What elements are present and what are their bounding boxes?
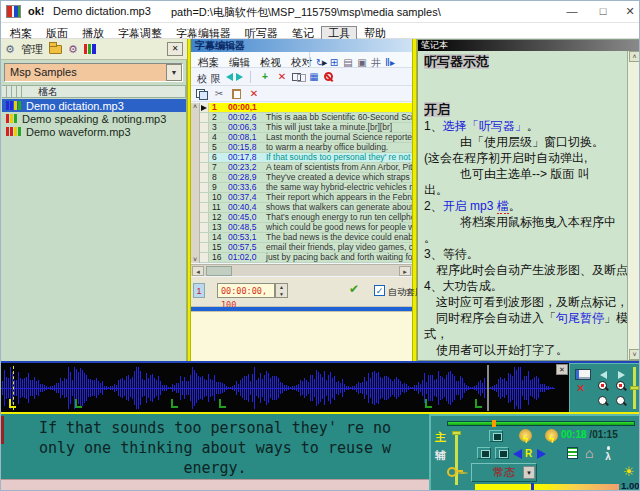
notebook-line: 开启: [424, 102, 627, 118]
auto-apply-checkbox[interactable]: ✓: [374, 285, 385, 296]
sun-icon[interactable]: ☀: [623, 464, 635, 479]
row-number: 2: [209, 113, 228, 122]
time-offset-field[interactable]: 00:00:00, 100: [217, 283, 275, 298]
paste-icon[interactable]: [232, 89, 241, 99]
type-hint-icon-2[interactable]: ϟ: [545, 429, 558, 442]
notebook-line: [424, 86, 627, 102]
manager-close-button[interactable]: ✕: [167, 42, 183, 56]
next-arrow-icon[interactable]: [236, 73, 243, 81]
rewind-icon[interactable]: [513, 449, 522, 459]
toolbar-button[interactable]: 限: [209, 73, 223, 84]
speed-slider[interactable]: [475, 484, 619, 490]
zoom-out-icon[interactable]: [616, 381, 626, 391]
display-button[interactable]: [489, 430, 503, 442]
zoom-in-icon[interactable]: [598, 381, 608, 391]
zoom-fit-icon[interactable]: [598, 396, 608, 406]
filename-column-header[interactable]: 檔名: [22, 86, 186, 97]
display-button-3[interactable]: [495, 447, 509, 459]
playback-progress-bar[interactable]: [447, 421, 635, 426]
scroll-up-icon[interactable]: ˄: [629, 51, 640, 62]
dropdown-arrow-icon[interactable]: ▼: [166, 64, 182, 81]
window-titlebar: ok! Demo dictation.mp3 path=D:\电脑软件包\MSP…: [1, 1, 640, 23]
file-item[interactable]: Demo dictation.mp3: [2, 99, 186, 112]
subtitle-row[interactable]: 1601:02,0just by pacing back and forth w…: [200, 253, 412, 263]
delete-marker-icon[interactable]: ✕: [576, 382, 585, 395]
row-timestamp: 00:37,4: [228, 193, 263, 202]
jump-back-icon[interactable]: [600, 371, 607, 379]
notebook-line: 也可由主选单--> 版面 叫: [424, 166, 627, 182]
subtitle-line: only one thinking about ways to reuse w: [1, 438, 429, 458]
file-list-header: 檔名: [2, 85, 186, 98]
home-icon[interactable]: ⌂: [585, 447, 593, 459]
waveform-area[interactable]: ✕ ✕: [1, 361, 640, 412]
film-icon[interactable]: [575, 369, 591, 380]
waveform-main[interactable]: [1, 365, 487, 411]
delete-icon[interactable]: ✕: [275, 69, 289, 84]
display-button-2[interactable]: [477, 447, 491, 459]
block-icon[interactable]: [324, 72, 333, 81]
row-marker-cell: [200, 213, 209, 222]
type-hint-icon[interactable]: ϟ: [519, 429, 532, 442]
file-item[interactable]: Demo waveform.mp3: [2, 125, 186, 138]
speed-marker[interactable]: [531, 483, 534, 491]
status-bar-icon: [14, 127, 17, 136]
close-icon[interactable]: ✕: [556, 364, 568, 375]
maximize-button[interactable]: □: [590, 1, 616, 22]
legend-icon[interactable]: [84, 44, 96, 54]
row-marker-cell: [200, 163, 209, 172]
copy-icon[interactable]: [196, 89, 206, 98]
close-button[interactable]: ✕: [617, 1, 640, 22]
row-text: to warm a nearby office building.: [263, 143, 412, 152]
row-scroll-strip[interactable]: ˄ ˅: [191, 103, 200, 263]
time-spinner[interactable]: ▲▼: [275, 283, 288, 298]
dropdown-arrow-icon[interactable]: ▼: [523, 466, 535, 479]
apply-check-icon[interactable]: ✔: [349, 282, 359, 296]
toolbar-button[interactable]: 校: [195, 73, 209, 84]
notebook-line: 式，: [424, 326, 627, 342]
minimize-button[interactable]: —: [559, 1, 585, 22]
notebook-scrollbar[interactable]: ˄ ˅: [627, 51, 640, 360]
scrollbar-thumb[interactable]: [206, 266, 232, 276]
row-number: 15: [209, 243, 228, 252]
file-name: Demo speaking & noting.mp3: [22, 113, 166, 125]
horizontal-scrollbar[interactable]: ◂ ▸: [191, 264, 412, 276]
volume-handle[interactable]: [452, 431, 461, 435]
row-number: 10: [209, 193, 228, 202]
forward-icon[interactable]: [537, 449, 546, 459]
notes-icon[interactable]: [567, 447, 578, 459]
row-text: A team of scientists from Ann Arbor, Pit…: [263, 163, 412, 172]
add-icon[interactable]: +: [258, 69, 272, 84]
scroll-up-icon[interactable]: ˄: [191, 103, 199, 110]
row-text: Last month the journal Science reported …: [263, 133, 412, 142]
settings-icon[interactable]: ⚙: [68, 43, 78, 56]
manager-panel: ⚙ 管理 ⚙ ✕ Msp Samples ▼ 檔名 Demo dictation…: [1, 39, 187, 361]
jump-forward-icon[interactable]: [618, 371, 625, 379]
delete-row-icon[interactable]: ✕: [247, 86, 261, 101]
frame-icon[interactable]: ▦: [307, 69, 321, 84]
scroll-down-icon[interactable]: ˅: [629, 349, 640, 360]
row-marker-cell: [200, 173, 209, 182]
scroll-down-icon[interactable]: ˅: [191, 256, 199, 263]
cut-icon[interactable]: ✂: [212, 86, 226, 101]
scroll-right-icon[interactable]: ▸: [399, 266, 411, 276]
progress-marker[interactable]: [492, 420, 496, 427]
key-icon[interactable]: [447, 464, 463, 478]
slider-handle[interactable]: [630, 386, 639, 390]
waveform-secondary[interactable]: [489, 365, 555, 411]
row-number: 9: [209, 183, 228, 192]
row-text: This will just take a minute.[br][br]: [263, 123, 412, 132]
open-folder-icon[interactable]: [49, 45, 62, 54]
scroll-left-icon[interactable]: ◂: [192, 266, 204, 276]
notebook-line: 由「使用层级」窗口切换。: [424, 134, 627, 150]
notebook-content[interactable]: 听写器示范开启1、选择「听写器」。 由「使用层级」窗口切换。(这会在程序初开启时…: [418, 51, 627, 360]
person-icon[interactable]: λ: [603, 446, 613, 460]
prev-arrow-icon[interactable]: [226, 73, 233, 81]
status-bar-icon: [10, 101, 13, 110]
zoom-select-icon[interactable]: [616, 396, 626, 406]
time-total: /01:15: [589, 429, 617, 440]
notebook-line: 将档案用鼠标拖曳入本程序中: [424, 214, 627, 230]
link-icon[interactable]: [292, 73, 304, 80]
sample-set-dropdown[interactable]: Msp Samples: [4, 63, 183, 82]
row-number: 11: [209, 203, 228, 212]
file-item[interactable]: Demo speaking & noting.mp3: [2, 112, 186, 125]
